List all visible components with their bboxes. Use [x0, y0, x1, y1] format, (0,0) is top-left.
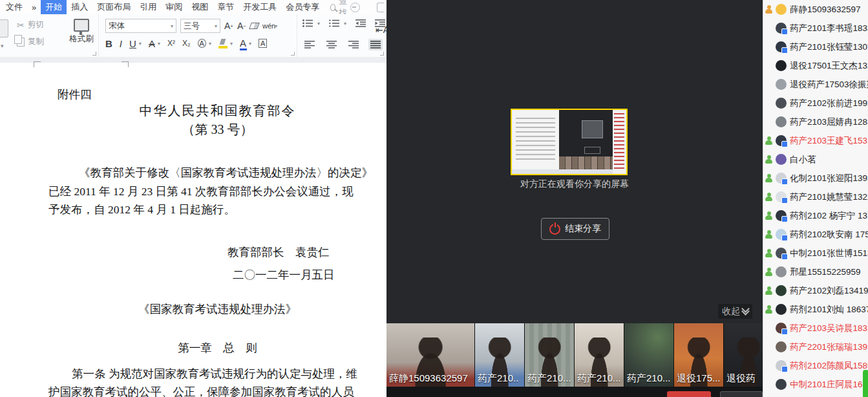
ribbon-tab[interactable]: »	[27, 1, 41, 14]
grow-font-button[interactable]: A+	[224, 21, 233, 31]
participant-row[interactable]: 药产2101姚慧莹13223	[763, 188, 868, 206]
participant-name: 药剂2101刘灿 186378	[790, 304, 868, 316]
video-tile[interactable]: 药产210..	[475, 323, 524, 387]
collapse-strip-button[interactable]: 收起	[718, 304, 752, 319]
video-tile[interactable]: 药产210...	[624, 323, 673, 387]
video-tile[interactable]: 退役175...	[674, 323, 723, 387]
end-share-button[interactable]: 结束分享	[541, 218, 609, 240]
underline-button[interactable]: U	[129, 38, 136, 49]
format-painter-button[interactable]: 格式刷	[67, 17, 96, 45]
avatar	[776, 229, 787, 240]
participant-name: 药剂2102耿安南 1759	[790, 229, 868, 241]
align-right-button[interactable]	[346, 39, 361, 50]
text-tool-icon-clipped[interactable]: ⇤A	[376, 25, 386, 35]
document-canvas[interactable]: 附件四中华人民共和国教育部令（第 33 号）《教育部关于修改〈国家教育考试违规处…	[0, 57, 386, 397]
search-icon	[330, 4, 335, 11]
scissors-icon: ✂	[17, 20, 25, 30]
superscript-button[interactable]: X²	[167, 39, 175, 48]
align-center-button[interactable]	[324, 39, 339, 50]
align-left-button[interactable]	[302, 39, 317, 50]
bold-button[interactable]: B	[105, 38, 112, 49]
secondary-button-partial[interactable]	[720, 391, 763, 397]
ribbon-tab[interactable]: 开始	[41, 0, 67, 14]
shrink-font-button[interactable]: A−	[237, 21, 246, 31]
italic-button[interactable]: I	[120, 38, 122, 49]
paste-icon[interactable]	[0, 19, 8, 38]
participant-row[interactable]: 药产2103王建飞15311	[763, 131, 868, 150]
copy-button[interactable]: 复制	[17, 36, 44, 47]
participant-row[interactable]: 药剂2101刘灿 186378	[763, 300, 868, 319]
cut-button[interactable]: ✂ 剪切	[17, 19, 44, 30]
font-size-select[interactable]: 三号 ▾	[180, 19, 220, 33]
avatar	[776, 285, 787, 296]
strikethrough-button[interactable]: A	[149, 38, 155, 49]
preview-participant-list	[613, 110, 626, 174]
dialog-launcher-icon[interactable]	[92, 52, 96, 56]
ribbon-tab[interactable]: 会员专享	[281, 0, 324, 14]
avatar	[776, 135, 787, 146]
paste-dropdown-icon[interactable]: ▾	[1, 43, 4, 49]
participant-name: 薛静15093632597	[790, 4, 861, 16]
participant-row[interactable]: 药产2102张前进19939	[763, 94, 868, 113]
font-name-select[interactable]: 宋体 ▾	[105, 19, 176, 33]
video-tile[interactable]: 退役药	[724, 323, 763, 387]
participant-row[interactable]: 药产2103屈婧冉12838	[763, 113, 868, 131]
leave-meeting-button-partial[interactable]	[667, 391, 711, 397]
ribbon-tab[interactable]: 文件	[1, 0, 27, 14]
video-name-label: 药产210...	[627, 372, 671, 385]
char-border-button[interactable]: A	[259, 39, 267, 48]
video-tile[interactable]: 药产210...	[575, 323, 624, 387]
participant-row[interactable]: 退役17501王文杰1321	[763, 56, 868, 75]
video-tile[interactable]: 薛静15093632597	[386, 323, 474, 387]
subscript-button[interactable]: X₂	[182, 39, 191, 48]
participant-row[interactable]: 药产2103吴诗晨18336	[763, 319, 868, 338]
ribbon-tab[interactable]: 审阅	[161, 0, 187, 14]
numbered-list-button[interactable]	[329, 19, 339, 27]
participant-row[interactable]: 药剂2102陈颜凤15890	[763, 356, 868, 375]
justify-button[interactable]	[368, 39, 383, 50]
participant-row[interactable]: 药产2101李书瑶18338	[763, 19, 868, 38]
scrollbar-thumb[interactable]	[863, 370, 868, 397]
participant-row[interactable]: 药剂2102 杨宇宁 1373	[763, 206, 868, 225]
avatar-badge-icon	[781, 47, 788, 54]
clear-format-icon[interactable]	[249, 23, 260, 29]
video-tile[interactable]: 药产210...	[525, 323, 574, 387]
participant-row[interactable]: 邢星15515225959	[763, 263, 868, 281]
ribbon-tab[interactable]: 视图	[187, 0, 213, 14]
avatar	[776, 323, 787, 334]
participant-row[interactable]: 化制2101张迎阳13937	[763, 169, 868, 188]
doc-line: 《教育部关于修改〈国家教育考试违规处理办法〉的决定》	[79, 165, 386, 180]
ribbon-tab[interactable]: 章节	[213, 0, 238, 14]
highlight-button[interactable]	[218, 39, 228, 48]
dialog-launcher-icon[interactable]	[380, 52, 384, 56]
participant-row[interactable]: 中制2101张世博15139	[763, 244, 868, 263]
person-status-icon	[765, 155, 773, 164]
participant-row[interactable]: 药剂2102耿安南 1759	[763, 225, 868, 244]
ribbon-tab[interactable]: 开发工具	[238, 0, 281, 14]
ribbon-tab[interactable]: 引用	[135, 0, 161, 14]
participant-row[interactable]: 药产2101张钰莹13072	[763, 38, 868, 56]
doc-line: （第 33 号）	[48, 121, 386, 138]
shared-screen-preview[interactable]	[511, 109, 628, 175]
avatar	[776, 23, 787, 34]
decrease-indent-button[interactable]	[355, 19, 366, 27]
brush-icon	[74, 19, 89, 32]
participant-row[interactable]: 中制2101庄阿晨1663	[763, 375, 868, 394]
phonetic-guide-icon[interactable]: wén	[262, 22, 275, 30]
enclose-char-button[interactable]: A	[198, 39, 206, 48]
participant-row[interactable]: 白小茗	[763, 150, 868, 169]
participant-row[interactable]: 薛静15093632597	[763, 0, 868, 19]
dialog-launcher-icon[interactable]	[291, 52, 295, 56]
font-color-button[interactable]: A	[240, 38, 246, 49]
bullet-list-button[interactable]	[302, 19, 313, 27]
avatar-badge-icon	[781, 253, 788, 260]
participant-row[interactable]: 药产2201张瑞瑞13939	[763, 338, 868, 356]
participant-name: 化制2101张迎阳13937	[790, 173, 868, 184]
participant-row[interactable]: 药产2102刘磊1341989	[763, 281, 868, 300]
ribbon-tab[interactable]: 插入	[67, 0, 92, 14]
participant-row[interactable]: 退役药产17503徐振梁	[763, 75, 868, 94]
ribbon-tab[interactable]: 页面布局	[92, 0, 135, 14]
cloud-sync-icon[interactable]	[350, 3, 360, 12]
avatar	[776, 116, 787, 127]
avatar	[776, 98, 787, 109]
